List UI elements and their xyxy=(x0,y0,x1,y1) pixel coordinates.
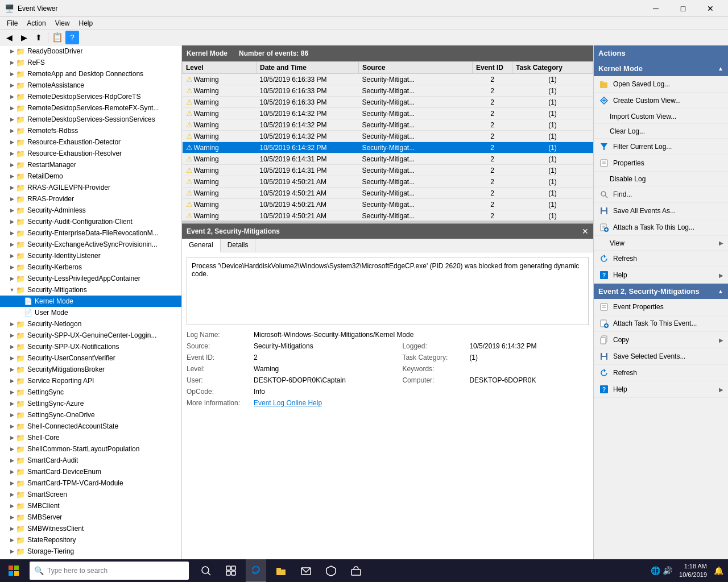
tree-arrow-icon[interactable]: ▶ xyxy=(8,230,16,236)
tree-arrow-icon[interactable]: ▶ xyxy=(8,253,16,259)
event-action-help[interactable]: ? Help ▶ xyxy=(594,381,728,398)
tree-item[interactable]: ▶📁SecurityMitigationsBroker xyxy=(0,364,181,375)
tree-item[interactable]: ▶📁RemoteDesktopServices-SessionServices xyxy=(0,114,181,125)
tree-item[interactable]: ▶📁Security-Adminless xyxy=(0,205,181,216)
kernel-action-clear-log[interactable]: Clear Log... xyxy=(594,124,728,139)
tree-arrow-icon[interactable]: ▶ xyxy=(8,162,16,168)
tree-arrow-icon[interactable]: ▶ xyxy=(8,367,16,372)
col-taskcategory[interactable]: Task Category xyxy=(512,62,593,74)
tree-arrow-icon[interactable]: ▶ xyxy=(8,185,16,190)
table-row[interactable]: ⚠Warning10/5/2019 4:50:21 AMSecurity-Mit… xyxy=(183,176,593,188)
tree-item[interactable]: ▶📁RRAS-Provider xyxy=(0,193,181,205)
tree-item[interactable]: ▶📁SettingSync-Azure xyxy=(0,398,181,409)
table-row[interactable]: ⚠Warning10/5/2019 6:14:32 PMSecurity-Mit… xyxy=(183,142,593,153)
kernel-action-view[interactable]: View ▶ xyxy=(594,236,728,251)
tree-item[interactable]: ▶📁RemoteDesktopServices-RemoteFX-Synt... xyxy=(0,102,181,114)
tree-arrow-icon[interactable]: ▶ xyxy=(8,48,16,54)
taskbar-edge-icon[interactable] xyxy=(246,559,266,582)
table-row[interactable]: ⚠Warning10/5/2019 6:14:32 PMSecurity-Mit… xyxy=(183,108,593,119)
tree-arrow-icon[interactable]: ▶ xyxy=(8,139,16,145)
tree-item[interactable]: ▶📁Security-IdentityListener xyxy=(0,250,181,261)
tree-item[interactable]: ▶📁StateRepository xyxy=(0,534,181,546)
tree-arrow-icon[interactable]: ▶ xyxy=(8,242,16,247)
tree-arrow-icon[interactable]: ▶ xyxy=(8,128,16,134)
tree-arrow-icon[interactable]: ▶ xyxy=(8,458,16,463)
tree-arrow-icon[interactable]: ▶ xyxy=(8,446,16,452)
tree-arrow-icon[interactable]: ▶ xyxy=(8,423,16,429)
table-row[interactable]: ⚠Warning10/5/2019 6:16:33 PMSecurity-Mit… xyxy=(183,97,593,108)
table-row[interactable]: ⚠Warning10/5/2019 4:50:21 AMSecurity-Mit… xyxy=(183,199,593,210)
tree-arrow-icon[interactable]: ▶ xyxy=(8,480,16,486)
event-action-refresh[interactable]: Refresh xyxy=(594,365,728,381)
tree-item[interactable]: ▶📁Security-SPP-UX-Notifications xyxy=(0,341,181,352)
taskbar-notification-icon[interactable]: 🔔 xyxy=(714,566,723,575)
tree-item[interactable]: ▶📁Service Reporting API xyxy=(0,375,181,386)
tree-arrow-icon[interactable]: ▶ xyxy=(8,537,16,543)
tree-item[interactable]: ▶📁RRAS-AGILEVPN-Provider xyxy=(0,182,181,193)
tree-arrow-icon[interactable]: ▶ xyxy=(8,173,16,179)
tree-scroll[interactable]: ▶📁ReadyBoostDriver▶📁ReFS▶📁RemoteApp and … xyxy=(0,45,181,559)
taskbar-search-icon[interactable] xyxy=(196,559,216,582)
minimize-button[interactable]: ─ xyxy=(643,0,669,17)
tree-item[interactable]: ▶📁SmartScreen xyxy=(0,489,181,500)
tree-arrow-icon[interactable]: ▶ xyxy=(8,344,16,350)
tree-arrow-icon[interactable]: ▶ xyxy=(8,548,16,554)
tree-item[interactable]: ▶📁Security-Kerberos xyxy=(0,261,181,273)
tree-item[interactable]: ▶📁ReadyBoostDriver xyxy=(0,45,181,57)
table-row[interactable]: ⚠Warning10/5/2019 6:16:33 PMSecurity-Mit… xyxy=(183,85,593,97)
taskbar-shield-icon[interactable] xyxy=(321,559,341,582)
actions-event-header[interactable]: Event 2, Security-Mitigations ▲ xyxy=(594,284,728,299)
col-source[interactable]: Source xyxy=(359,62,473,74)
kernel-action-open-saved-log[interactable]: Open Saved Log... xyxy=(594,76,728,93)
tree-item[interactable]: ▶📁Shell-ConnectedAccountState xyxy=(0,421,181,432)
kernel-action-save-all[interactable]: Save All Events As... xyxy=(594,203,728,219)
tab-general[interactable]: General xyxy=(182,239,221,252)
col-level[interactable]: Level xyxy=(183,62,257,74)
table-row[interactable]: ⚠Warning10/5/2019 6:14:31 PMSecurity-Mit… xyxy=(183,165,593,176)
tree-arrow-icon[interactable]: ▶ xyxy=(8,207,16,213)
tree-item[interactable]: 📄Kernel Mode xyxy=(0,296,181,307)
tree-item[interactable]: ▶📁RemoteAssistance xyxy=(0,80,181,91)
toolbar-forward-button[interactable]: ▶ xyxy=(17,31,31,44)
kernel-action-refresh[interactable]: Refresh xyxy=(594,251,728,267)
tree-item[interactable]: ▶📁Storage-Tiering xyxy=(0,546,181,557)
taskbar-search-box[interactable]: 🔍 xyxy=(30,562,189,580)
tree-item[interactable]: ▶📁RemoteApp and Desktop Connections xyxy=(0,68,181,80)
tree-item[interactable]: ▶📁SMBClient xyxy=(0,500,181,512)
maximize-button[interactable]: □ xyxy=(670,0,696,17)
tree-arrow-icon[interactable]: ▶ xyxy=(8,503,16,509)
tree-item[interactable]: ▶📁SmartCard-Audit xyxy=(0,455,181,466)
taskbar-volume-icon[interactable]: 🔊 xyxy=(663,566,672,575)
event-action-attach-task[interactable]: Attach Task To This Event... xyxy=(594,315,728,332)
tree-arrow-icon[interactable]: ▶ xyxy=(8,469,16,475)
tree-arrow-icon[interactable]: ▶ xyxy=(8,264,16,270)
taskbar-taskview-icon[interactable] xyxy=(221,559,241,582)
tree-item[interactable]: ▶📁SmartCard-DeviceEnum xyxy=(0,466,181,477)
events-table-container[interactable]: Level Date and Time Source Event ID Task… xyxy=(182,61,593,221)
menu-help[interactable]: Help xyxy=(75,18,98,28)
table-row[interactable]: ⚠Warning10/5/2019 6:16:33 PMSecurity-Mit… xyxy=(183,74,593,85)
kernel-action-filter-log[interactable]: Filter Current Log... xyxy=(594,139,728,155)
kernel-action-import-custom-view[interactable]: Import Custom View... xyxy=(594,109,728,124)
more-info-link[interactable]: Event Log Online Help xyxy=(254,399,589,407)
tree-arrow-icon[interactable]: ▶ xyxy=(8,117,16,122)
taskbar-mail-icon[interactable] xyxy=(296,559,316,582)
tree-arrow-icon[interactable]: ▶ xyxy=(8,401,16,406)
tree-item[interactable]: ▶📁RestartManager xyxy=(0,159,181,171)
taskbar-explorer-icon[interactable] xyxy=(271,559,291,582)
event-action-save-selected[interactable]: Save Selected Events... xyxy=(594,348,728,365)
toolbar-up-button[interactable]: ⬆ xyxy=(32,31,46,44)
tree-item[interactable]: ▶📁Security-LessPrivilegedAppContainer xyxy=(0,273,181,284)
tree-item[interactable]: 📄User Mode xyxy=(0,307,181,318)
menu-action[interactable]: Action xyxy=(22,18,50,28)
tree-arrow-icon[interactable]: ▶ xyxy=(8,492,16,497)
kernel-action-help[interactable]: ? Help ▶ xyxy=(594,267,728,284)
tree-arrow-icon[interactable]: ▶ xyxy=(8,355,16,361)
tree-arrow-icon[interactable]: ▼ xyxy=(8,287,16,293)
tree-item[interactable]: ▶📁Resource-Exhaustion-Detector xyxy=(0,136,181,148)
tree-arrow-icon[interactable]: ▶ xyxy=(8,514,16,520)
toolbar-help-button[interactable]: ? xyxy=(65,31,79,44)
tree-item[interactable]: ▶📁SMBServer xyxy=(0,512,181,523)
table-row[interactable]: ⚠Warning10/5/2019 4:50:21 AMSecurity-Mit… xyxy=(183,210,593,221)
tree-arrow-icon[interactable]: ▶ xyxy=(8,94,16,99)
